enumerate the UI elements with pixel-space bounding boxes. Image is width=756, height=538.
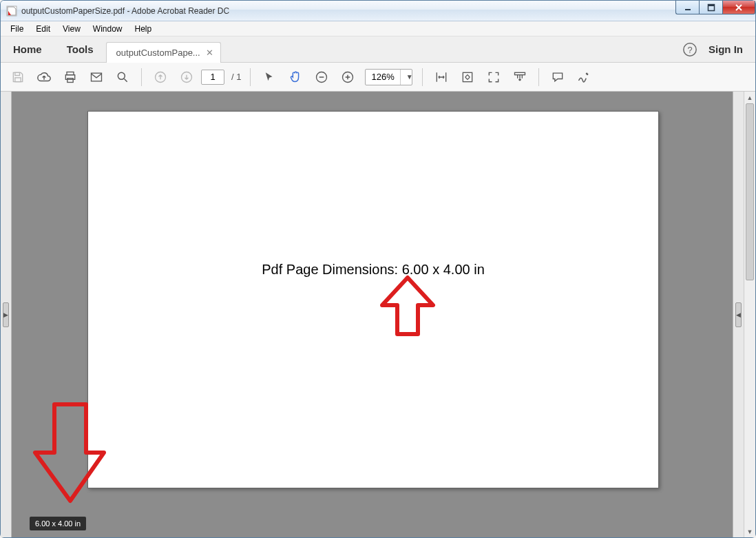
next-page-icon: [175, 65, 198, 89]
scrollbar-thumb[interactable]: [746, 103, 754, 280]
svg-rect-7: [15, 77, 21, 81]
zoom-dropdown[interactable]: 126% ▼: [365, 69, 412, 85]
svg-rect-10: [67, 78, 73, 82]
window-controls: [675, 1, 755, 16]
page-total-label: / 1: [227, 72, 243, 82]
help-icon[interactable]: ?: [682, 42, 697, 57]
page-number-input[interactable]: [201, 70, 224, 85]
read-mode-icon[interactable]: [508, 65, 532, 89]
svg-text:?: ?: [687, 44, 692, 54]
zoom-out-icon[interactable]: [310, 65, 333, 89]
menu-edit[interactable]: Edit: [30, 23, 56, 35]
tab-bar: Home Tools outputCustomPape... ✕ ? Sign …: [1, 37, 755, 63]
svg-point-12: [118, 72, 125, 79]
prev-page-icon: [149, 65, 172, 89]
menu-help[interactable]: Help: [129, 23, 158, 35]
menubar: File Edit View Window Help: [1, 21, 755, 37]
application-window: outputCustomPaperSize.pdf - Adobe Acroba…: [0, 0, 756, 538]
close-tab-icon[interactable]: ✕: [206, 48, 213, 58]
fit-width-icon[interactable]: [430, 65, 453, 89]
menu-file[interactable]: File: [5, 23, 29, 35]
svg-rect-17: [463, 72, 472, 81]
maximize-button[interactable]: [699, 1, 722, 14]
titlebar[interactable]: outputCustomPaperSize.pdf - Adobe Acroba…: [1, 1, 755, 21]
save-icon: [6, 65, 30, 89]
page-body-text: Pdf Page Dimensions: 6.00 x 4.00 in: [262, 262, 485, 278]
content-area: ▶ Pdf Page Dimensions: 6.00 x 4.00 in 6.…: [1, 92, 755, 537]
cloud-upload-icon[interactable]: [32, 65, 56, 89]
svg-rect-18: [514, 72, 525, 74]
document-tab-label: outputCustomPape...: [116, 48, 200, 58]
tab-tools[interactable]: Tools: [54, 37, 106, 63]
hand-tool-icon[interactable]: [284, 65, 307, 89]
fit-page-icon[interactable]: [456, 65, 479, 89]
svg-rect-6: [15, 72, 20, 75]
app-pdf-icon: [6, 6, 17, 17]
pdf-page: Pdf Page Dimensions: 6.00 x 4.00 in: [87, 111, 659, 488]
comment-icon[interactable]: [546, 65, 569, 89]
menu-window[interactable]: Window: [87, 23, 128, 35]
fullscreen-icon[interactable]: [482, 65, 505, 89]
minimize-button[interactable]: [675, 1, 699, 14]
vertical-scrollbar[interactable]: ▲ ▼: [744, 92, 755, 537]
window-title: outputCustomPaperSize.pdf - Adobe Acroba…: [21, 6, 755, 16]
right-panel-flyout: ◀: [733, 92, 744, 537]
svg-rect-1: [685, 9, 691, 10]
zoom-value: 126%: [366, 72, 399, 82]
search-icon[interactable]: [111, 65, 134, 89]
right-flyout-handle[interactable]: ◀: [735, 302, 742, 327]
email-icon[interactable]: [85, 65, 108, 89]
left-panel-flyout: ▶: [1, 92, 12, 537]
print-icon[interactable]: [59, 65, 82, 89]
zoom-in-icon[interactable]: [336, 65, 359, 89]
pointer-icon[interactable]: [258, 65, 281, 89]
sign-in-button[interactable]: Sign In: [708, 43, 743, 55]
toolbar: / 1 126% ▼: [1, 63, 755, 92]
svg-rect-3: [708, 4, 714, 6]
sign-icon[interactable]: [572, 65, 596, 89]
left-flyout-handle[interactable]: ▶: [3, 302, 9, 327]
page-size-tooltip: 6.00 x 4.00 in: [30, 517, 86, 530]
scroll-down-arrow-icon[interactable]: ▼: [744, 526, 755, 537]
chevron-down-icon[interactable]: ▼: [400, 70, 412, 85]
document-viewport[interactable]: Pdf Page Dimensions: 6.00 x 4.00 in 6.00…: [12, 92, 733, 537]
tab-home[interactable]: Home: [1, 37, 54, 63]
document-tab[interactable]: outputCustomPape... ✕: [106, 42, 221, 63]
menu-view[interactable]: View: [57, 23, 86, 35]
scroll-up-arrow-icon[interactable]: ▲: [744, 92, 755, 103]
close-button[interactable]: [722, 1, 755, 14]
